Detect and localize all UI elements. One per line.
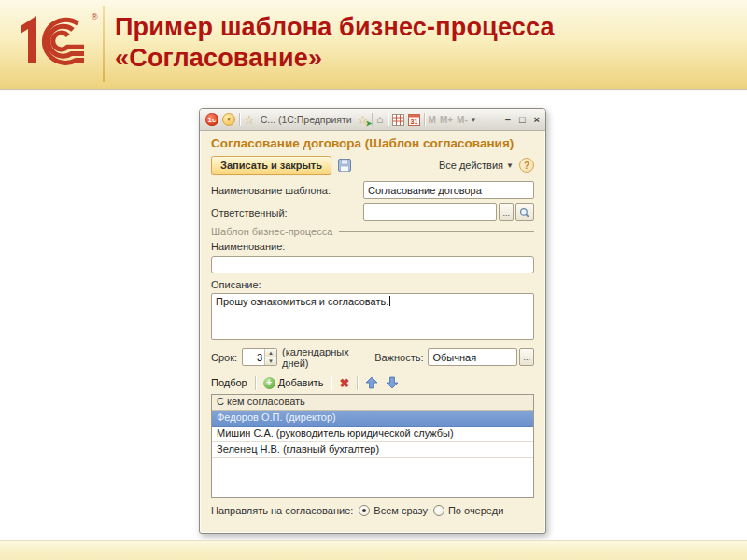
responsible-input[interactable] <box>363 203 497 221</box>
importance-input[interactable] <box>428 348 517 366</box>
table-row[interactable]: Зеленец Н.В. (главный бухгалтер) <box>212 442 533 458</box>
radio-all-at-once-label: Всем сразу <box>374 505 428 516</box>
logo-registered-mark: ® <box>92 12 98 21</box>
command-bar: Записать и закрыть Все действия ▼ ? <box>211 156 534 175</box>
importance-label: Важность: <box>374 352 423 363</box>
banner-divider <box>103 6 105 82</box>
app-icon[interactable]: 1с <box>205 113 218 126</box>
pick-button[interactable]: Подбор <box>211 377 247 388</box>
term-importance-row: Срок: ▲ ▼ (календарных дней) Важность: .… <box>211 346 534 369</box>
template-name-label: Наименование шаблона: <box>211 185 363 196</box>
bp-name-label: Наименование: <box>211 241 534 252</box>
chevron-down-icon: ▼ <box>506 161 514 170</box>
1c-logo: ® <box>11 7 101 74</box>
routing-label: Направлять на согласование: <box>211 505 353 516</box>
maximize-button[interactable]: □ <box>519 115 526 125</box>
responsible-row: Ответственный: ... <box>211 203 534 221</box>
all-actions-button[interactable]: Все действия ▼ <box>439 160 514 171</box>
responsible-search-button[interactable] <box>515 203 534 221</box>
approvers-table: С кем согласовать Федоров О.П. (директор… <box>211 394 534 498</box>
help-button[interactable]: ? <box>519 158 534 173</box>
responsible-select-button[interactable]: ... <box>499 203 514 221</box>
save-icon[interactable] <box>337 158 352 173</box>
term-suffix: (календарных дней) <box>282 346 363 369</box>
slide-header: ® Пример шаблона бизнес-процесса «Соглас… <box>0 0 747 90</box>
radio-unchecked-icon <box>433 505 444 516</box>
group-rule <box>339 231 534 232</box>
titlebar-separator <box>239 113 240 126</box>
delete-button[interactable]: ✖ <box>339 377 349 389</box>
window-title: С... (1С:Предприяти <box>261 114 352 125</box>
close-button[interactable]: × <box>534 115 540 125</box>
minimize-button[interactable]: – <box>505 115 511 125</box>
memory-m-button[interactable]: M <box>429 115 436 125</box>
radio-all-at-once[interactable]: Всем сразу <box>359 505 428 516</box>
radio-in-turn[interactable]: По очереди <box>433 505 503 516</box>
importance-select-button[interactable]: ... <box>519 348 534 366</box>
template-name-row: Наименование шаблона: <box>211 181 534 199</box>
toolbar-separator <box>255 376 256 390</box>
term-spinner: ▲ ▼ <box>242 348 277 366</box>
spin-down-icon[interactable]: ▼ <box>265 357 276 365</box>
window-body: Согласование договора (Шаблон согласован… <box>200 131 545 522</box>
slide-title-line1: Пример шаблона бизнес-процесса <box>115 12 555 43</box>
routing-row: Направлять на согласование: Всем сразу П… <box>211 505 534 516</box>
description-text: Прошу ознакомиться и согласовать. <box>216 296 388 307</box>
add-plus-icon: + <box>263 377 275 389</box>
template-name-input[interactable] <box>363 181 534 199</box>
titlebar-separator <box>424 113 425 126</box>
toolbar-separator <box>331 376 331 390</box>
window-controls: – □ × <box>505 115 540 125</box>
term-label: Срок: <box>211 352 237 363</box>
bp-name-input[interactable] <box>211 256 534 273</box>
move-up-button[interactable] <box>365 376 378 389</box>
slide: ® Пример шаблона бизнес-процесса «Соглас… <box>0 0 747 560</box>
responsible-label: Ответственный: <box>211 207 363 218</box>
radio-in-turn-label: По очереди <box>448 505 503 516</box>
list-toolbar: Подбор + Добавить ✖ <box>211 376 534 390</box>
slide-title-line2: «Согласование» <box>115 43 555 74</box>
table-row[interactable]: Мишин С.А. (руководитель юридической слу… <box>212 427 533 442</box>
main-menu-dropdown-icon[interactable]: ▾ <box>222 113 235 126</box>
add-favorite-icon[interactable]: ☆➤ <box>358 114 369 126</box>
table-header: С кем согласовать <box>212 395 533 411</box>
toolbar-overflow-icon[interactable]: ▾ <box>472 115 476 124</box>
calculator-icon[interactable] <box>392 114 404 126</box>
add-label: Добавить <box>278 377 324 388</box>
form-title: Согласование договора (Шаблон согласован… <box>211 136 534 150</box>
titlebar-separator <box>372 113 373 126</box>
all-actions-label: Все действия <box>439 160 503 171</box>
calendar-icon[interactable]: 31 <box>408 114 420 126</box>
slide-footer <box>0 540 747 560</box>
spin-up-icon[interactable]: ▲ <box>265 349 276 357</box>
1c-logo-icon: ® <box>11 7 101 74</box>
description-textarea[interactable]: Прошу ознакомиться и согласовать. <box>211 293 534 340</box>
add-button[interactable]: + Добавить <box>263 377 324 389</box>
favorites-star-icon[interactable]: ☆ <box>244 114 255 126</box>
slide-title: Пример шаблона бизнес-процесса «Согласов… <box>115 12 555 74</box>
svg-text:31: 31 <box>410 118 417 124</box>
table-empty-area <box>212 458 533 497</box>
home-icon[interactable]: ⌂ <box>376 114 383 125</box>
memory-m-minus-button[interactable]: M- <box>457 115 468 125</box>
radio-checked-icon <box>359 505 370 516</box>
memory-m-plus-button[interactable]: M+ <box>440 115 453 125</box>
search-icon <box>519 207 530 218</box>
toolbar-separator <box>357 376 358 390</box>
table-row[interactable]: Федоров О.П. (директор) <box>212 411 533 427</box>
group-title: Шаблон бизнес-процесса <box>211 226 332 237</box>
text-cursor <box>389 296 390 306</box>
description-label: Описание: <box>211 279 534 290</box>
term-input[interactable] <box>243 349 264 365</box>
move-down-button[interactable] <box>386 376 399 389</box>
titlebar-separator <box>388 113 388 126</box>
window-titlebar: 1с ▾ ☆ С... (1С:Предприяти ☆➤ ⌂ 31 M M+ … <box>200 109 545 131</box>
save-and-close-button[interactable]: Записать и закрыть <box>211 156 331 175</box>
app-window: 1с ▾ ☆ С... (1С:Предприяти ☆➤ ⌂ 31 M M+ … <box>199 108 546 534</box>
business-process-group-header: Шаблон бизнес-процесса <box>211 226 534 237</box>
